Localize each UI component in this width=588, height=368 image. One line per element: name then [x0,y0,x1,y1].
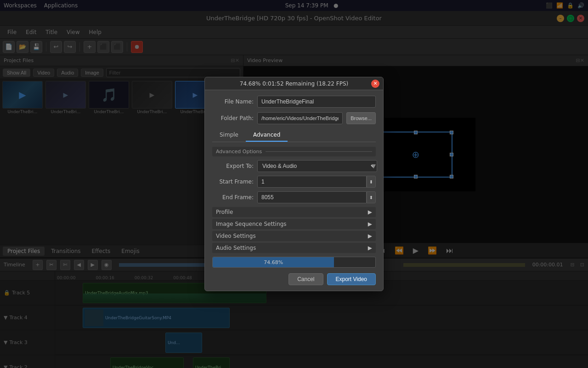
profile-chevron-icon: ▶ [368,209,372,215]
modal-overlay: 74.68% 0:01:52 Remaining (18.22 FPS) ✕ F… [0,0,588,368]
export-progress-fill: 74.68% [213,257,334,267]
export-to-select[interactable]: Video & Audio Video Only Audio Only Imag… [257,160,377,172]
export-progress-text: 74.68% 0:01:52 Remaining (18.22 FPS) [240,80,348,87]
tab-advanced[interactable]: Advanced [246,129,288,142]
export-progress-wrap: 74.68% [212,257,376,268]
browse-button[interactable]: Browse... [346,112,376,124]
end-frame-wrap: ⬍ [257,191,376,203]
video-settings-section[interactable]: Video Settings ▶ [212,231,376,241]
export-progress-bg: 74.68% [212,257,376,268]
dialog-close-button[interactable]: ✕ [371,80,379,88]
start-frame-row: Start Frame: ⬍ [212,176,376,188]
end-frame-spinner[interactable]: ⬍ [367,191,376,203]
file-name-input[interactable] [257,96,376,108]
audio-settings-chevron-icon: ▶ [368,245,372,251]
dialog-title-bar: 74.68% 0:01:52 Remaining (18.22 FPS) ✕ [205,77,383,90]
advanced-options-label: Advanced Options [212,147,376,156]
folder-path-row: Folder Path: Browse... [212,112,376,124]
end-frame-label: End Frame: [212,194,254,201]
file-name-label: File Name: [212,98,254,105]
export-to-label: Export To: [212,163,254,169]
dialog-body: File Name: Folder Path: Browse... Simple… [205,90,383,291]
export-dialog: 74.68% 0:01:52 Remaining (18.22 FPS) ✕ F… [204,77,384,291]
video-settings-chevron-icon: ▶ [368,233,372,239]
audio-settings-section[interactable]: Audio Settings ▶ [212,243,376,253]
profile-section[interactable]: Profile ▶ [212,207,376,217]
start-frame-wrap: ⬍ [257,176,376,188]
folder-path-input[interactable] [257,112,343,124]
image-sequence-section[interactable]: Image Sequence Settings ▶ [212,219,376,229]
export-video-button[interactable]: Export Video [327,273,376,285]
folder-path-label: Folder Path: [212,115,254,121]
tab-simple[interactable]: Simple [212,129,246,142]
start-frame-input[interactable] [257,176,367,188]
end-frame-row: End Frame: ⬍ [212,191,376,203]
file-name-row: File Name: [212,96,376,108]
end-frame-input[interactable] [257,191,367,203]
dialog-tabs: Simple Advanced [212,129,376,142]
image-seq-chevron-icon: ▶ [368,221,372,227]
start-frame-label: Start Frame: [212,178,254,185]
start-frame-spinner[interactable]: ⬍ [367,176,376,188]
export-to-row: Export To: Video & Audio Video Only Audi… [212,160,376,172]
cancel-button[interactable]: Cancel [288,273,323,285]
advanced-options-line [266,151,372,152]
dialog-buttons: Cancel Export Video [212,271,376,285]
export-progress-pct: 74.68% [264,259,283,265]
